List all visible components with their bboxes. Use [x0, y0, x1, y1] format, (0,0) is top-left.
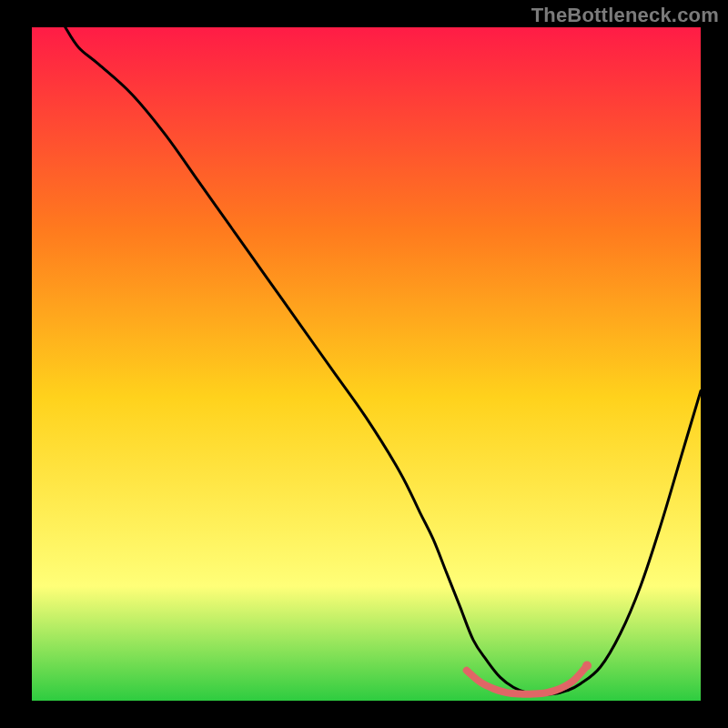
watermark-label: TheBottleneck.com	[531, 4, 719, 27]
bottleneck-chart	[0, 0, 728, 728]
chart-stage: TheBottleneck.com	[0, 0, 728, 728]
marker-end-dot	[582, 662, 592, 671]
plot-background	[32, 27, 701, 701]
